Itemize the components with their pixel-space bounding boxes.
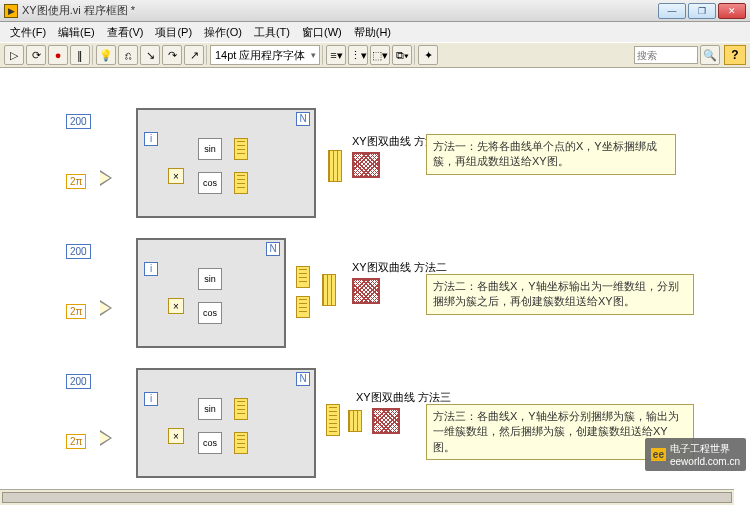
bundle-node[interactable]	[296, 266, 310, 288]
highlight-button[interactable]: 💡	[96, 45, 116, 65]
align-button[interactable]: ≡▾	[326, 45, 346, 65]
loop-i[interactable]: i	[144, 262, 158, 276]
comment-1[interactable]: 方法一：先将各曲线单个点的X，Y坐标捆绑成簇，再组成数组送给XY图。	[426, 134, 676, 175]
scrollbar-thumb[interactable]	[2, 492, 732, 503]
cleanup-button[interactable]: ✦	[418, 45, 438, 65]
xy-graph-terminal-3[interactable]	[372, 408, 400, 434]
sin-node[interactable]: sin	[198, 398, 222, 420]
const-2pi[interactable]: 2π	[66, 304, 86, 319]
retain-wire-button[interactable]: ⎌	[118, 45, 138, 65]
build-cluster-array-node[interactable]	[322, 274, 336, 306]
pause-button[interactable]: ‖	[70, 45, 90, 65]
block-diagram[interactable]: 200 2π N i × sin cos XY图双曲线 方法一 方法一：先将各曲…	[0, 68, 750, 489]
menu-bar: 文件(F) 编辑(E) 查看(V) 项目(P) 操作(O) 工具(T) 窗口(W…	[0, 22, 750, 42]
method-2: 200 2π N i × sin cos XY图双曲线 方法二 方法二：各曲线X…	[56, 238, 696, 358]
minimize-button[interactable]: —	[658, 3, 686, 19]
bundle-cluster-node[interactable]	[326, 404, 340, 436]
step-into-button[interactable]: ↘	[140, 45, 160, 65]
build-cluster-array-node[interactable]	[348, 410, 362, 432]
const-200[interactable]: 200	[66, 244, 91, 259]
window-title: XY图使用.vi 程序框图 *	[22, 3, 135, 18]
comment-2[interactable]: 方法二：各曲线X，Y轴坐标输出为一维数组，分别捆绑为簇之后，再创建簇数组送给XY…	[426, 274, 694, 315]
search-input[interactable]	[634, 46, 698, 64]
for-loop-3[interactable]: N i × sin cos	[136, 368, 316, 478]
graph-label-2: XY图双曲线 方法二	[352, 260, 447, 275]
build-array-node[interactable]	[328, 150, 342, 182]
watermark-brand: 电子工程世界	[670, 443, 730, 454]
loop-i[interactable]: i	[144, 392, 158, 406]
for-loop-2[interactable]: N i × sin cos	[136, 238, 286, 348]
maximize-button[interactable]: ❐	[688, 3, 716, 19]
menu-edit[interactable]: 编辑(E)	[52, 23, 101, 42]
resize-button[interactable]: ⬚▾	[370, 45, 390, 65]
loop-n[interactable]: N	[296, 112, 310, 126]
loop-i[interactable]: i	[144, 132, 158, 146]
multiply-node[interactable]: ×	[168, 428, 184, 444]
divide-node[interactable]	[100, 302, 110, 314]
watermark-url: eeworld.com.cn	[670, 456, 740, 467]
title-bar: ▶ XY图使用.vi 程序框图 * — ❐ ✕	[0, 0, 750, 22]
run-continuous-button[interactable]: ⟳	[26, 45, 46, 65]
distribute-button[interactable]: ⋮▾	[348, 45, 368, 65]
bundle-node[interactable]	[234, 138, 248, 160]
bundle-node[interactable]	[234, 398, 248, 420]
const-2pi[interactable]: 2π	[66, 434, 86, 449]
menu-tools[interactable]: 工具(T)	[248, 23, 296, 42]
const-200[interactable]: 200	[66, 114, 91, 129]
sin-node[interactable]: sin	[198, 138, 222, 160]
menu-operate[interactable]: 操作(O)	[198, 23, 248, 42]
font-selector[interactable]: 14pt 应用程序字体	[210, 45, 320, 65]
loop-n[interactable]: N	[266, 242, 280, 256]
help-button[interactable]: ?	[724, 45, 746, 65]
sin-node[interactable]: sin	[198, 268, 222, 290]
loop-n[interactable]: N	[296, 372, 310, 386]
multiply-node[interactable]: ×	[168, 298, 184, 314]
run-button[interactable]: ▷	[4, 45, 24, 65]
step-out-button[interactable]: ↗	[184, 45, 204, 65]
bundle-node[interactable]	[296, 296, 310, 318]
const-2pi[interactable]: 2π	[66, 174, 86, 189]
multiply-node[interactable]: ×	[168, 168, 184, 184]
menu-file[interactable]: 文件(F)	[4, 23, 52, 42]
divide-node[interactable]	[100, 432, 110, 444]
app-icon: ▶	[4, 4, 18, 18]
close-button[interactable]: ✕	[718, 3, 746, 19]
method-3: 200 2π N i × sin cos XY图双曲线 方法三 方法三：各曲线X…	[56, 368, 696, 488]
menu-project[interactable]: 项目(P)	[149, 23, 198, 42]
step-over-button[interactable]: ↷	[162, 45, 182, 65]
search-button[interactable]: 🔍	[700, 45, 720, 65]
menu-window[interactable]: 窗口(W)	[296, 23, 348, 42]
xy-graph-terminal-2[interactable]	[352, 278, 380, 304]
graph-label-3: XY图双曲线 方法三	[356, 390, 451, 405]
const-200[interactable]: 200	[66, 374, 91, 389]
watermark-logo: ee	[651, 448, 666, 461]
method-1: 200 2π N i × sin cos XY图双曲线 方法一 方法一：先将各曲…	[56, 108, 696, 228]
stop-button[interactable]: ●	[48, 45, 68, 65]
cos-node[interactable]: cos	[198, 302, 222, 324]
cos-node[interactable]: cos	[198, 172, 222, 194]
menu-help[interactable]: 帮助(H)	[348, 23, 397, 42]
xy-graph-terminal-1[interactable]	[352, 152, 380, 178]
bundle-node[interactable]	[234, 172, 248, 194]
cos-node[interactable]: cos	[198, 432, 222, 454]
divide-node[interactable]	[100, 172, 110, 184]
watermark: ee 电子工程世界 eeworld.com.cn	[645, 438, 746, 471]
reorder-button[interactable]: ⧉▾	[392, 45, 412, 65]
menu-view[interactable]: 查看(V)	[101, 23, 150, 42]
bundle-node[interactable]	[234, 432, 248, 454]
horizontal-scrollbar[interactable]	[0, 489, 734, 505]
for-loop-1[interactable]: N i × sin cos	[136, 108, 316, 218]
toolbar: ▷ ⟳ ● ‖ 💡 ⎌ ↘ ↷ ↗ 14pt 应用程序字体 ≡▾ ⋮▾ ⬚▾ ⧉…	[0, 42, 750, 68]
